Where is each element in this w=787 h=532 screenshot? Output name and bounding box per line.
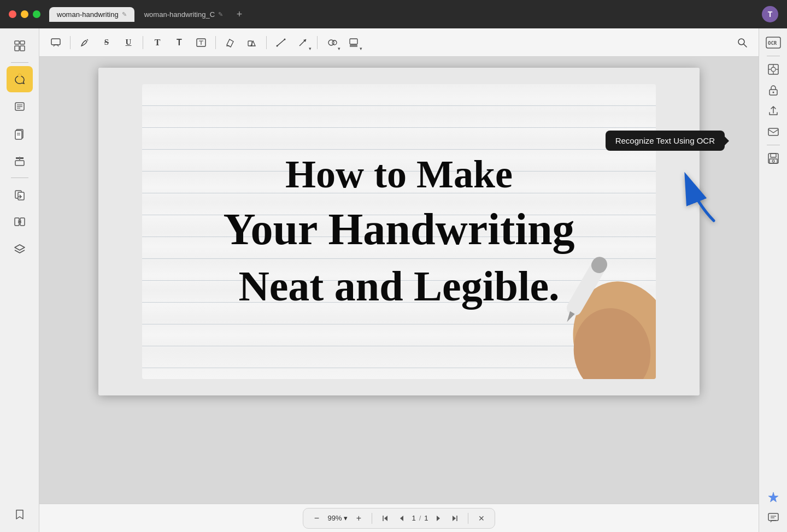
handwriting-line1: How to Make: [223, 149, 574, 200]
sidebar-item-pages[interactable]: [7, 121, 33, 147]
extract-icon: [14, 188, 26, 200]
blue-arrow: [670, 161, 719, 228]
page-sep: [468, 513, 468, 524]
svg-rect-18: [15, 218, 19, 226]
svg-rect-0: [15, 41, 19, 44]
toolbar: S U T T: [39, 28, 759, 57]
handwriting-line2: Your Handwriting: [223, 200, 574, 259]
content-area: How to Make Your Handwriting Neat and Le…: [39, 57, 759, 504]
text-sans-button[interactable]: T: [169, 33, 189, 52]
next-page-button[interactable]: [432, 512, 445, 525]
text-box-button[interactable]: [191, 33, 211, 52]
lock-button[interactable]: [763, 80, 783, 100]
sparkle-button[interactable]: [763, 487, 783, 507]
svg-point-36: [567, 302, 656, 379]
svg-rect-13: [15, 161, 24, 165]
tab-2-label: woman-handwriting_C: [144, 10, 215, 19]
handwriting-image: How to Make Your Handwriting Neat and Le…: [142, 84, 656, 379]
zoom-separator: [372, 513, 372, 524]
sidebar-item-thumbnails[interactable]: [7, 33, 33, 59]
share-button[interactable]: [763, 101, 783, 121]
sidebar-item-layers[interactable]: [7, 236, 33, 262]
zoom-value[interactable]: 99% ▾: [327, 514, 348, 522]
svg-rect-19: [20, 218, 25, 226]
search-button[interactable]: [732, 33, 752, 52]
svg-point-51: [772, 92, 774, 93]
add-tab-button[interactable]: +: [233, 8, 246, 21]
left-sidebar: [0, 28, 39, 532]
svg-rect-57: [768, 513, 778, 521]
title-bar: woman-handwriting ✎ woman-handwriting_C …: [0, 0, 787, 28]
sidebar-item-bookmark[interactable]: [7, 501, 33, 528]
ocr-tooltip-label: Recognize Text Using OCR: [615, 136, 715, 145]
document: How to Make Your Handwriting Neat and Le…: [98, 68, 700, 395]
tab-2[interactable]: woman-handwriting_C ✎: [137, 7, 231, 22]
zoom-out-button[interactable]: −: [310, 512, 323, 525]
strikethrough-button[interactable]: S: [97, 33, 116, 52]
close-traffic-light[interactable]: [9, 10, 16, 18]
tab-1-edit-icon[interactable]: ✎: [122, 11, 127, 18]
shapes-button[interactable]: [242, 33, 262, 52]
page-separator: /: [419, 514, 421, 522]
avatar: T: [762, 6, 778, 22]
last-page-button[interactable]: [448, 512, 461, 525]
sidebar-item-annotate[interactable]: [7, 66, 33, 92]
arrow-button[interactable]: ▾: [293, 33, 313, 52]
pen-button[interactable]: [75, 33, 95, 52]
svg-text:OCR: OCR: [768, 40, 777, 46]
svg-point-26: [284, 38, 286, 40]
mail-button[interactable]: [763, 122, 783, 141]
tab-1-label: woman-handwriting: [57, 10, 119, 19]
ocr-tooltip: Recognize Text Using OCR: [606, 131, 725, 151]
close-bottom-button[interactable]: ✕: [475, 512, 488, 525]
stamp-button[interactable]: ▾: [344, 33, 363, 52]
tab-1[interactable]: woman-handwriting ✎: [49, 7, 134, 22]
comment-button[interactable]: [46, 33, 66, 52]
main-content: S U T T: [39, 28, 759, 532]
svg-rect-52: [768, 128, 778, 135]
sidebar-divider-1: [11, 62, 28, 63]
sidebar-item-editor[interactable]: [7, 93, 33, 120]
zoom-percent: 99%: [327, 514, 342, 522]
document-image-area: How to Make Your Handwriting Neat and Le…: [98, 68, 700, 395]
svg-rect-38: [589, 254, 610, 276]
scan-button[interactable]: [763, 60, 783, 79]
text-serif-icon: T: [155, 38, 161, 48]
sep-1: [70, 36, 71, 49]
current-page: 1: [412, 514, 415, 522]
right-sidebar: OCR: [759, 28, 787, 532]
zoom-in-button[interactable]: +: [352, 512, 365, 525]
merge-icon: [14, 216, 26, 228]
page-navigation: 1 / 1: [379, 512, 461, 525]
sidebar-item-extract[interactable]: [7, 181, 33, 208]
first-page-button[interactable]: [379, 512, 392, 525]
right-sep-1: [767, 56, 780, 56]
ocr-button[interactable]: OCR: [763, 33, 783, 52]
message-button[interactable]: [763, 508, 783, 528]
minimize-traffic-light[interactable]: [21, 10, 28, 18]
svg-line-24: [277, 39, 285, 46]
tab-2-edit-icon[interactable]: ✎: [218, 11, 223, 18]
sep-3: [215, 36, 216, 49]
sidebar-item-compress[interactable]: [7, 148, 33, 174]
signature-button[interactable]: ▾: [322, 33, 342, 52]
bottom-toolbar: − 99% ▾ +: [39, 504, 759, 532]
highlight-button[interactable]: [220, 33, 240, 52]
save-button[interactable]: [763, 149, 783, 168]
svg-rect-55: [770, 159, 777, 163]
sidebar-item-merge[interactable]: [7, 209, 33, 235]
app-area: S U T T: [0, 28, 787, 532]
handwriting-text: How to Make Your Handwriting Neat and Le…: [223, 149, 574, 314]
line-button[interactable]: [271, 33, 291, 52]
sep-2: [143, 36, 143, 49]
prev-page-button[interactable]: [395, 512, 408, 525]
sidebar-divider-2: [11, 178, 28, 178]
traffic-lights: [9, 10, 40, 18]
underline-button[interactable]: U: [119, 33, 138, 52]
text-serif-button[interactable]: T: [148, 33, 167, 52]
svg-rect-2: [15, 46, 19, 51]
tabs-container: woman-handwriting ✎ woman-handwriting_C …: [49, 7, 246, 22]
svg-line-34: [744, 44, 747, 47]
svg-point-45: [771, 67, 776, 72]
maximize-traffic-light[interactable]: [33, 10, 40, 18]
